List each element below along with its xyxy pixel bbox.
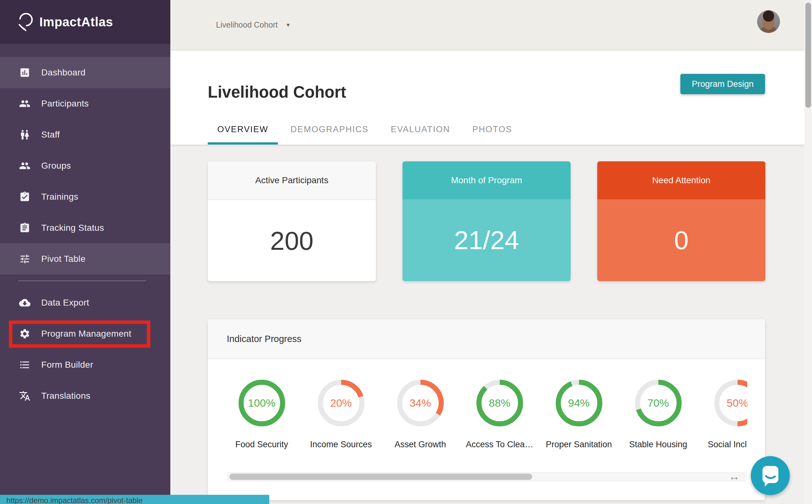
- impactatlas-logo-icon: [16, 12, 34, 32]
- indicator-label: Asset Growth: [394, 440, 446, 449]
- sidebar-item-label: Translations: [41, 391, 90, 401]
- sidebar-item-label: Data Export: [41, 298, 89, 308]
- user-avatar[interactable]: [757, 10, 780, 33]
- indicator-item: 88% Access To Clea…: [460, 359, 539, 463]
- sidebar-item-label: Trainings: [41, 192, 78, 202]
- translate-icon: [19, 390, 30, 402]
- sidebar-item[interactable]: Dashboard: [0, 57, 170, 88]
- sidebar-item[interactable]: Form Builder: [0, 349, 170, 380]
- chevron-down-icon: ▾: [287, 21, 290, 29]
- stat-card-value: 200: [208, 200, 376, 281]
- status-url-tooltip: https://demo.impactatlas.com/pivot-table: [0, 495, 269, 504]
- top-header: Livelihood Cohort ▾: [170, 0, 804, 50]
- gear-icon: [19, 328, 30, 339]
- sidebar-item[interactable]: Data Export: [0, 287, 170, 318]
- tab-label: DEMOGRAPHICS: [290, 125, 368, 134]
- sidebar-item-label: Participants: [41, 99, 89, 109]
- sidebar-item[interactable]: Translations: [0, 380, 170, 411]
- progress-percent: 70%: [635, 380, 682, 426]
- tab-label: PHOTOS: [472, 125, 512, 134]
- tab-label: EVALUATION: [391, 125, 450, 134]
- indicator-label: Stable Housing: [629, 440, 687, 449]
- app-title: ImpactAtlas: [39, 15, 113, 29]
- sidebar-item-label: Staff: [41, 130, 60, 140]
- sidebar-item[interactable]: Groups: [0, 150, 170, 181]
- program-design-button[interactable]: Program Design: [680, 74, 765, 94]
- stat-card-value: 0: [597, 199, 765, 281]
- indicator-item: 70% Stable Housing: [619, 359, 698, 463]
- indicator-progress-header: Indicator Progress: [208, 319, 765, 359]
- sidebar-divider: [18, 281, 146, 281]
- indicator-label: Access To Clea…: [466, 440, 534, 449]
- progress-donut-chart: 70%: [635, 380, 682, 426]
- stat-card-title: Need Attention: [597, 161, 765, 199]
- clipboard-list-icon: [19, 222, 30, 234]
- chat-bubble-icon: [760, 465, 781, 487]
- progress-donut-chart: 100%: [238, 380, 285, 426]
- vertical-scrollbar-thumb[interactable]: [805, 3, 811, 108]
- sidebar-item[interactable]: Tracking Status: [0, 212, 170, 243]
- progress-percent: 34%: [397, 380, 444, 426]
- indicator-progress-card: Indicator Progress 100% Food Security 20…: [208, 319, 765, 500]
- horizontal-resize-icon[interactable]: ↔: [729, 471, 740, 482]
- indicator-donut-row: 100% Food Security 20% Income Sources 34…: [222, 359, 747, 463]
- progress-donut-chart: 88%: [477, 380, 523, 426]
- indicator-item: 34% Asset Growth: [380, 359, 460, 463]
- stat-card-title: Active Participants: [208, 161, 376, 200]
- sidebar-item[interactable]: Staff: [0, 119, 170, 150]
- indicator-label: Proper Sanitation: [546, 440, 612, 449]
- indicator-item: 20% Income Sources: [301, 359, 380, 463]
- sliders-icon: [19, 253, 30, 265]
- chat-widget-button[interactable]: [751, 456, 790, 495]
- sidebar: ImpactAtlas Dashboard Participants Staff…: [0, 0, 170, 504]
- vertical-scrollbar: [804, 0, 812, 504]
- sidebar-item-label: Groups: [41, 161, 71, 171]
- progress-donut-chart: 94%: [556, 380, 602, 426]
- indicator-label: Food Security: [235, 440, 288, 449]
- progress-percent: 20%: [318, 380, 364, 426]
- progress-percent: 50%: [714, 380, 748, 426]
- stats-row: Active Participants 200 Month of Program…: [208, 161, 765, 281]
- clipboard-check-icon: [19, 191, 30, 203]
- sidebar-item-label: Form Builder: [41, 360, 93, 370]
- progress-donut-chart: 34%: [397, 380, 444, 426]
- tab[interactable]: PHOTOS: [463, 117, 522, 145]
- program-selector-dropdown[interactable]: Livelihood Cohort ▾: [216, 0, 289, 50]
- list-icon: [19, 359, 30, 371]
- sidebar-item-label: Tracking Status: [41, 223, 104, 233]
- indicator-item: 50% Social Inclusion: [698, 359, 747, 463]
- horizontal-scrollbar-thumb[interactable]: [229, 474, 532, 480]
- wc-icon: [19, 129, 30, 140]
- sidebar-item[interactable]: Pivot Table: [0, 243, 170, 275]
- progress-percent: 94%: [556, 380, 602, 426]
- stat-card: Need Attention 0: [597, 161, 765, 281]
- tab[interactable]: DEMOGRAPHICS: [281, 117, 378, 145]
- progress-percent: 100%: [238, 380, 285, 426]
- sidebar-nav: Dashboard Participants Staff Groups Trai…: [0, 44, 170, 411]
- indicator-item: 94% Proper Sanitation: [539, 359, 619, 463]
- sidebar-item-label: Dashboard: [41, 68, 86, 78]
- tab[interactable]: OVERVIEW: [208, 117, 278, 145]
- tab-label: OVERVIEW: [217, 125, 268, 134]
- indicator-label: Social Inclusion: [708, 440, 747, 449]
- stat-card: Month of Program 21/24: [402, 161, 571, 281]
- cloud-download-icon: [19, 297, 30, 308]
- sidebar-item[interactable]: Participants: [0, 88, 170, 119]
- tab[interactable]: EVALUATION: [381, 117, 460, 145]
- sidebar-item[interactable]: Program Management: [0, 318, 170, 349]
- progress-percent: 88%: [477, 380, 523, 426]
- progress-donut-chart: 50%: [714, 380, 748, 426]
- people-icon: [19, 160, 30, 171]
- sidebar-item-label: Pivot Table: [41, 254, 86, 264]
- progress-donut-chart: 20%: [318, 380, 364, 426]
- horizontal-scrollbar: [227, 472, 747, 481]
- page-title: Livelihood Cohort: [208, 83, 346, 101]
- sidebar-item-label: Program Management: [41, 329, 131, 339]
- title-section: Livelihood Cohort Program Design OVERVIE…: [170, 50, 804, 145]
- stat-card: Active Participants 200: [208, 161, 376, 281]
- sidebar-item[interactable]: Trainings: [0, 181, 170, 212]
- indicator-label: Income Sources: [310, 440, 372, 449]
- tab-bar: OVERVIEW DEMOGRAPHICS EVALUATION PHOTOS: [208, 117, 522, 145]
- program-selector-label: Livelihood Cohort: [216, 20, 278, 29]
- app-screen: ImpactAtlas Dashboard Participants Staff…: [0, 0, 812, 504]
